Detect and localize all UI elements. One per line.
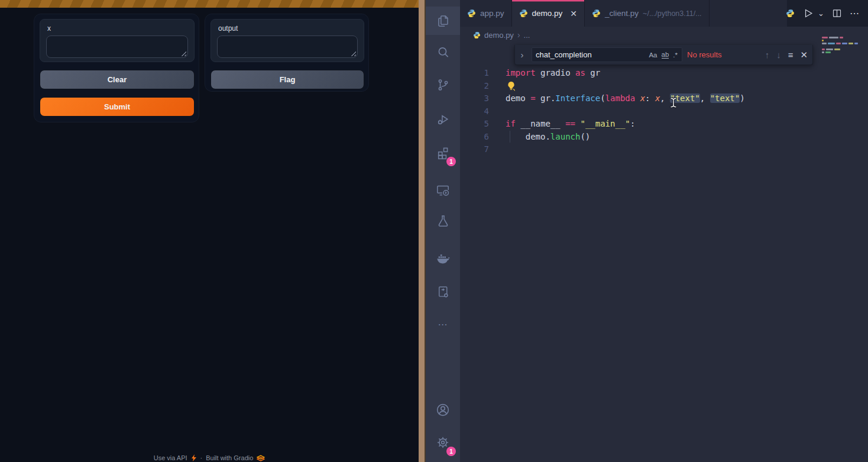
clear-button[interactable]: Clear (40, 70, 195, 89)
account-icon[interactable] (426, 396, 460, 424)
code-line[interactable] (506, 105, 745, 118)
python-icon (467, 9, 476, 18)
next-match-icon[interactable]: ↓ (776, 50, 781, 60)
output-textarea[interactable] (217, 35, 358, 58)
gradio-output-column: output Flag (205, 14, 369, 92)
source-control-icon[interactable] (426, 70, 460, 99)
python-interpreter-icon[interactable] (786, 9, 795, 18)
flag-button[interactable]: Flag (210, 70, 364, 89)
settings-gear-icon[interactable]: 1 (426, 428, 460, 457)
pane-divider[interactable] (419, 0, 426, 462)
text-cursor-pointer (669, 97, 678, 111)
gradio-input-column: x Clear Submit (34, 14, 199, 122)
settings-badge: 1 (446, 447, 456, 456)
run-and-debug-icon[interactable] (426, 105, 460, 134)
code-line[interactable] (506, 143, 745, 156)
line-number: 5 (460, 118, 489, 131)
explorer-icon[interactable] (426, 7, 460, 35)
chevron-right-icon: › (517, 30, 520, 40)
tab-label: demo.py (532, 9, 563, 18)
find-results-status: No results (687, 50, 722, 59)
line-number: 7 (460, 143, 489, 156)
search-icon[interactable] (426, 38, 460, 66)
minimap[interactable] (822, 37, 860, 58)
input-textarea[interactable] (46, 35, 188, 58)
code-lines: import gradio as grdemo = gr.Interface(l… (506, 67, 745, 156)
output-label: output (218, 24, 238, 33)
code-editor[interactable]: 1234567 import gradio as grdemo = gr.Int… (460, 67, 868, 462)
split-editor-button[interactable] (832, 8, 842, 18)
editor-area: app.py demo.py ✕ _client.py (460, 0, 868, 462)
breadcrumb-file[interactable]: demo.py (484, 31, 514, 40)
close-find-icon[interactable]: ✕ (800, 50, 808, 60)
code-line[interactable] (506, 80, 745, 93)
gutter: 1234567 (460, 67, 489, 156)
editor-actions: ⌄ ⋯ (787, 0, 868, 27)
remote-explorer-icon[interactable] (426, 176, 460, 205)
toggle-replace-chevron-icon[interactable]: › (517, 50, 527, 60)
submit-button[interactable]: Submit (40, 97, 195, 117)
tab-description: ~/.../python3.11/... (643, 9, 702, 18)
gradio-app-pane: x Clear Submit output Flag Use via API ·… (0, 0, 419, 462)
input-block: x (40, 19, 195, 62)
tab-bar: app.py demo.py ✕ _client.py (460, 0, 868, 27)
tab-client-py[interactable]: _client.py ~/.../python3.11/... (585, 0, 710, 27)
indent-guide (510, 131, 510, 143)
built-with-gradio-link[interactable]: Built with Gradio (206, 454, 253, 461)
gradio-logo-icon (257, 455, 265, 461)
activity-bar: 1 (426, 0, 460, 462)
line-number: 3 (460, 92, 489, 105)
tab-demo-py[interactable]: demo.py ✕ (512, 0, 585, 27)
find-input-box: Aa ab .* (532, 47, 682, 62)
docker-icon[interactable] (426, 243, 460, 272)
previous-match-icon[interactable]: ↑ (765, 50, 770, 60)
testing-icon[interactable] (426, 206, 460, 235)
more-views-icon[interactable]: ⋯ (426, 310, 460, 338)
code-line[interactable]: if __name__ == "__main__": (506, 118, 745, 131)
tab-label: app.py (480, 9, 504, 18)
tab-close-icon[interactable]: ✕ (570, 9, 577, 18)
code-line[interactable]: demo = gr.Interface(lambda x: x, "text",… (506, 92, 745, 105)
breadcrumb-more[interactable]: ... (524, 31, 530, 40)
lightbulb-suggestion-icon[interactable] (507, 81, 516, 93)
footer-separator: · (200, 454, 203, 461)
line-number: 2 (460, 80, 489, 93)
api-bolt-icon (191, 454, 197, 461)
dev-containers-icon[interactable] (426, 277, 460, 306)
line-number: 6 (460, 131, 489, 144)
python-icon (519, 9, 528, 18)
find-input[interactable] (532, 50, 649, 59)
gradio-footer: Use via API · Built with Gradio (0, 454, 419, 461)
use-via-api-link[interactable]: Use via API (154, 454, 187, 461)
whole-word-icon[interactable]: ab (662, 51, 669, 59)
regex-icon[interactable]: .* (673, 51, 678, 59)
python-icon (473, 31, 481, 39)
breadcrumb[interactable]: demo.py › ... (460, 27, 530, 43)
extensions-badge: 1 (446, 157, 456, 166)
screen: x Clear Submit output Flag Use via API ·… (0, 0, 868, 462)
tab-label: _client.py (605, 9, 639, 18)
top-striped-bar (0, 0, 419, 8)
run-file-button[interactable] (802, 8, 814, 19)
code-line[interactable]: import gradio as gr (506, 67, 745, 80)
extensions-icon[interactable]: 1 (426, 138, 460, 167)
code-line[interactable]: demo.launch() (506, 131, 745, 144)
more-actions-button[interactable]: ⋯ (850, 8, 860, 19)
input-label: x (47, 24, 51, 33)
python-icon (592, 9, 601, 18)
vscode-window: 1 (426, 0, 868, 462)
match-case-icon[interactable]: Aa (649, 51, 657, 59)
line-number: 4 (460, 105, 489, 118)
tab-app-py[interactable]: app.py (460, 0, 512, 27)
find-widget: › Aa ab .* No results ↑ ↓ ≡ ✕ (514, 45, 813, 65)
find-in-selection-icon[interactable]: ≡ (788, 50, 793, 60)
run-dropdown-chevron-icon[interactable]: ⌄ (818, 9, 824, 18)
output-block: output (210, 19, 364, 62)
line-number: 1 (460, 67, 489, 80)
